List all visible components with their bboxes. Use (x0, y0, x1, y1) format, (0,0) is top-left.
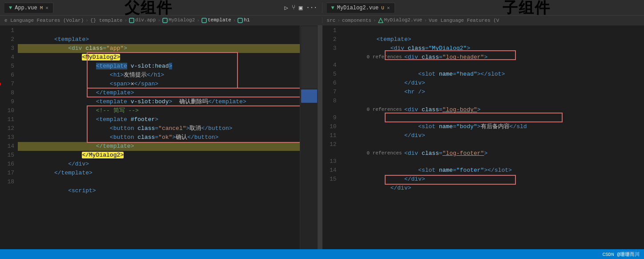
svg-rect-2 (202, 18, 206, 23)
left-minimap (300, 25, 322, 249)
status-bar: CSDN @珊珊而川 (0, 249, 644, 259)
layout-icon[interactable]: ▣ (299, 4, 302, 12)
code-line-l11: <button class="cancel">取消</button> (18, 115, 300, 124)
code-line-l9: <!-- 简写 --> (18, 97, 300, 106)
code-line-l12: <button class="ok">确认</button> (18, 124, 300, 133)
bc-left-2: {} template (90, 18, 123, 23)
left-breadcrumb: e Language Features (Volar) › {} templat… (0, 17, 322, 23)
code-line-r6: <hr /> (340, 79, 644, 88)
right-tab-bar: ▼ MyDialog2.vue U ✕ (322, 3, 644, 13)
top-bar: ▼ App.vue M ✕ ▷ ⑂ ▣ ··· ▼ MyDialog2.vue … (0, 0, 644, 16)
right-tab-label: MyDialog2.vue (337, 5, 379, 11)
right-editor-pane: 123 45678 91011 12131415 <template> <div… (322, 25, 644, 249)
code-line-l1: <template> (18, 26, 300, 35)
code-line-r4: <slot name="head"></slot> (340, 61, 644, 70)
left-tab-modified: M (40, 5, 43, 11)
bc-left-1: e Language Features (Volar) (4, 18, 84, 23)
code-line-r1: <template> (340, 26, 644, 35)
code-line-l8: <template v-slot:body> 确认删除吗</template> (18, 89, 300, 97)
vue-icon-right: ▼ (331, 5, 334, 11)
code-line-l16: </template> (18, 160, 300, 169)
code-line-l13: </template> (18, 133, 300, 142)
status-credit: CSDN @珊珊而川 (602, 251, 640, 258)
bc-left-3: div.app (129, 17, 156, 23)
bc-right-3: MyDialog2.vue (378, 17, 423, 23)
bc-right-1: src (327, 18, 336, 23)
code-line-l14: </MyDialog2> (18, 142, 300, 151)
right-tab-close[interactable]: ✕ (387, 5, 390, 11)
left-tab-label: App.vue (15, 5, 37, 11)
code-line-r7 (340, 88, 644, 97)
code-line-l17 (18, 169, 300, 178)
right-tab-modified: U (381, 5, 384, 11)
left-tab[interactable]: ▼ App.vue M ✕ (4, 3, 53, 13)
editor-area: 12345 678910 1112131415 161718 <template… (0, 25, 644, 249)
code-line-r12: <div class="log-footer"> (340, 140, 644, 149)
right-tab[interactable]: ▼ MyDialog2.vue U ✕ (327, 3, 395, 13)
code-line-l5: <h1>友情提示</h1> (18, 62, 300, 71)
code-line-l10: <template #footer> (18, 106, 300, 115)
code-line-r9: <slot name="body">有后备内容</sld (340, 113, 644, 122)
code-line-l7: </template> (18, 80, 300, 89)
code-line-r14: </div> (340, 166, 644, 175)
code-line-r10: </div> (340, 122, 644, 131)
code-line-r3: <div class="log-header"> (340, 44, 644, 53)
code-line-r13: <slot name="footer"></slot> (340, 157, 644, 166)
more-icon[interactable]: ··· (306, 4, 317, 11)
code-line-l3: <MyDialog2> (18, 44, 300, 53)
branch-icon[interactable]: ⑂ (292, 4, 295, 11)
code-line-r15: </div> (340, 175, 644, 184)
code-line-l4: <template v-slot:head> (18, 53, 300, 62)
svg-rect-3 (238, 18, 242, 23)
code-line-l15: </div> (18, 151, 300, 160)
code-line-l6: <span>✕</span> (18, 71, 300, 80)
code-line-r5: </div> (340, 70, 644, 79)
code-line-l2: <div class="app"> (18, 35, 300, 44)
run-icon[interactable]: ▷ (284, 4, 288, 12)
svg-rect-1 (163, 18, 167, 23)
code-line-r11 (340, 131, 644, 140)
left-editor-pane: 12345 678910 1112131415 161718 <template… (0, 25, 322, 249)
code-line-r2: <div class="MyDialog2"> (340, 35, 644, 44)
svg-marker-4 (378, 18, 383, 23)
bc-left-4: MyDialog2 (162, 17, 195, 23)
svg-rect-0 (129, 18, 134, 23)
bc-right-4: Vue Language Features (V (429, 18, 499, 23)
vue-icon-left: ▼ (9, 5, 12, 11)
right-code-container: 123 45678 91011 12131415 <template> <div… (322, 25, 644, 249)
left-code-content: <template> <div class="app"> <MyDialog2>… (18, 25, 300, 249)
left-toolbar-actions: ▷ ⑂ ▣ ··· (284, 4, 317, 12)
bc-right-2: components (342, 18, 371, 23)
bc-left-5: template (201, 17, 231, 23)
right-breadcrumb: src › components › MyDialog2.vue › Vue L… (322, 17, 644, 23)
breadcrumb-bar: e Language Features (Volar) › {} templat… (0, 16, 644, 25)
code-line-r8: <div class="log-body"> (340, 97, 644, 105)
right-code-content: <template> <div class="MyDialog2"> <div … (340, 25, 644, 249)
left-tab-bar: ▼ App.vue M ✕ ▷ ⑂ ▣ ··· (0, 3, 322, 13)
code-line-l18: <script> (18, 178, 300, 186)
left-tab-close[interactable]: ✕ (45, 5, 48, 11)
right-line-numbers: 123 45678 91011 12131415 (322, 25, 340, 249)
left-line-numbers: 12345 678910 1112131415 161718 (0, 25, 18, 249)
left-code-container: 12345 678910 1112131415 161718 <template… (0, 25, 322, 249)
bc-left-6: h1 (237, 17, 250, 23)
